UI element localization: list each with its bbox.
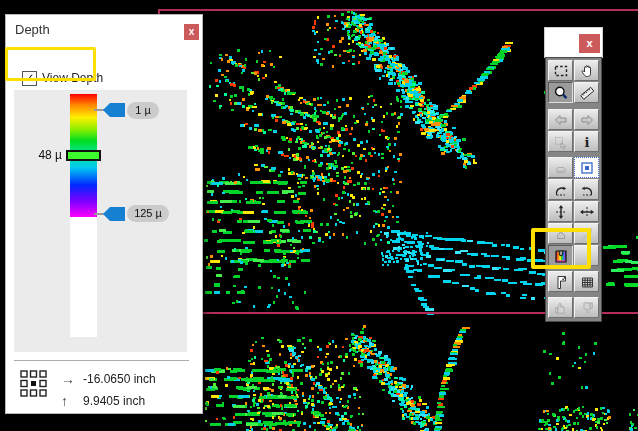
flatten-press-icon [553, 160, 569, 176]
toolbar-button-thumbs-up [548, 297, 573, 318]
nav-back-icon [553, 112, 569, 128]
tool-palette-titlebar[interactable]: x [545, 28, 602, 57]
tool-palette: x i [545, 28, 602, 322]
svg-text:i: i [584, 134, 589, 149]
info-icon: i [579, 134, 595, 150]
toolbar-button-info[interactable]: i [574, 131, 599, 152]
panel-divider [14, 360, 189, 361]
mesh-grid-icon [579, 274, 595, 290]
anchor-grid-icon[interactable] [20, 370, 47, 397]
marquee-select-icon [553, 63, 569, 79]
coordinate-x-value: -16.0650 inch [83, 372, 156, 386]
top-handle-line [94, 109, 104, 111]
toolbar-button-zoom-magnifier[interactable] [548, 82, 573, 103]
arrow-up-icon: ↑ [61, 393, 81, 409]
edit-select-transform-icon [553, 134, 569, 150]
toolbar-button-nav-forward [574, 109, 599, 130]
toolbar-button-expand-vertical[interactable] [548, 201, 573, 222]
depth-min-value[interactable]: 1 µ [127, 102, 159, 119]
toolbar-button-pan-hand[interactable] [574, 60, 599, 81]
coordinate-x-row: → -16.0650 inch [61, 371, 156, 387]
toolbar-button-mesh-grid[interactable] [574, 271, 599, 292]
depth-min-handle[interactable] [103, 103, 125, 117]
tool-palette-body: i [545, 57, 602, 322]
dialog-close-button[interactable]: x [184, 24, 199, 40]
expand-horizontal-icon [579, 204, 595, 220]
thumbs-up-icon [553, 300, 569, 316]
app-window: Depth x ✓ View Depth 1 µ 48 µ 125 µ [0, 0, 638, 431]
highlight-box-view-depth [5, 47, 96, 81]
toolbar-button-rotate-left[interactable] [574, 179, 599, 200]
current-depth-marker[interactable] [66, 150, 101, 161]
nav-forward-icon [579, 112, 595, 128]
toolbar-button-marquee-select[interactable] [548, 60, 573, 81]
toolbar-button-nav-back [548, 109, 573, 130]
depth-max-value[interactable]: 125 µ [127, 205, 169, 222]
viewport-border-top [158, 9, 638, 11]
fit-frame-icon [579, 160, 595, 176]
thumbs-down-icon [579, 300, 595, 316]
expand-vertical-icon [553, 204, 569, 220]
highlight-box-colormap-button [531, 228, 591, 269]
depth-max-handle[interactable] [103, 207, 125, 221]
coordinate-y-value: 9.9405 inch [83, 394, 145, 408]
flag-profile-icon [553, 274, 569, 290]
toolbar-button-rotate-right[interactable] [548, 179, 573, 200]
current-depth-label: 48 µ [28, 148, 62, 162]
toolbar-button-flatten-press [548, 157, 573, 178]
zoom-magnifier-icon [553, 85, 569, 101]
depth-scale-panel: 1 µ 48 µ 125 µ [14, 90, 187, 352]
tool-palette-close-button[interactable]: x [579, 34, 600, 53]
coordinate-y-row: ↑ 9.9405 inch [61, 393, 145, 409]
toolbar-button-fit-frame[interactable] [574, 157, 599, 178]
rotate-right-icon [553, 182, 569, 198]
toolbar-button-thumbs-down [574, 297, 599, 318]
pan-hand-icon [579, 63, 595, 79]
bottom-handle-line [94, 213, 104, 215]
dialog-title: Depth [15, 22, 50, 37]
rotate-left-icon [579, 182, 595, 198]
toolbar-button-measure-ruler[interactable] [574, 82, 599, 103]
arrow-right-icon: → [61, 371, 81, 387]
toolbar-button-expand-horizontal[interactable] [574, 201, 599, 222]
measure-ruler-icon [579, 85, 595, 101]
toolbar-button-edit-select-transform [548, 131, 573, 152]
toolbar-button-flag-profile[interactable] [548, 271, 573, 292]
